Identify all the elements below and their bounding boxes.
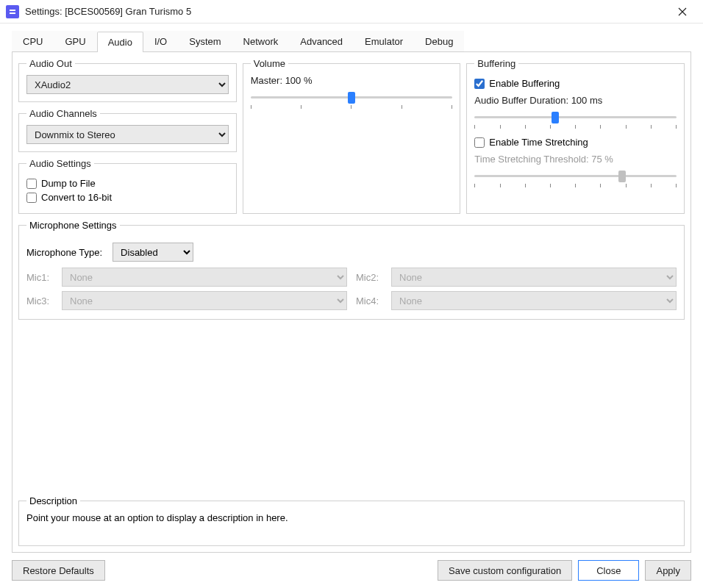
tab-panel-audio: Audio Out XAudio2 Audio Channels Downmix… xyxy=(12,52,691,553)
mic-type-label: Microphone Type: xyxy=(26,247,102,258)
tab-audio[interactable]: Audio xyxy=(97,32,143,52)
microphone-group: Microphone Settings Microphone Type: Dis… xyxy=(18,220,685,320)
slider-track xyxy=(474,175,677,177)
mic2-label: Mic2: xyxy=(356,272,382,283)
tab-io[interactable]: I/O xyxy=(143,31,178,51)
right-column: Buffering Enable Buffering Audio Buffer … xyxy=(466,58,685,214)
slider-thumb[interactable] xyxy=(348,92,355,104)
description-text: Point your mouse at an option to display… xyxy=(26,512,677,523)
tab-bar: CPU GPU Audio I/O System Network Advance… xyxy=(12,31,691,52)
enable-time-stretch-label: Enable Time Stretching xyxy=(489,137,588,148)
master-volume-label: Master: 100 % xyxy=(251,75,453,86)
enable-buffering-label: Enable Buffering xyxy=(489,78,560,89)
left-column: Audio Out XAudio2 Audio Channels Downmix… xyxy=(18,58,237,214)
buffering-legend: Buffering xyxy=(474,58,518,69)
audio-channels-legend: Audio Channels xyxy=(26,108,100,119)
description-legend: Description xyxy=(26,495,80,506)
tab-advanced[interactable]: Advanced xyxy=(289,31,354,51)
enable-buffering-checkbox[interactable]: Enable Buffering xyxy=(474,78,677,89)
slider-thumb[interactable] xyxy=(552,112,559,123)
audio-out-legend: Audio Out xyxy=(26,58,75,69)
window-title: Settings: [BCES00569] Gran Turismo 5 xyxy=(25,6,668,17)
mic2-select: None xyxy=(391,268,677,287)
slider-thumb xyxy=(618,171,626,182)
apply-button[interactable]: Apply xyxy=(645,560,691,581)
volume-legend: Volume xyxy=(251,58,288,69)
dump-to-file-input[interactable] xyxy=(26,179,37,189)
buffer-duration-label: Audio Buffer Duration: 100 ms xyxy=(474,95,677,106)
description-group: Description Point your mouse at an optio… xyxy=(18,495,685,546)
tab-system[interactable]: System xyxy=(178,31,232,51)
close-icon[interactable] xyxy=(668,0,697,24)
footer-bar: Restore Defaults Save custom configurati… xyxy=(0,553,703,588)
slider-ticks xyxy=(474,184,677,187)
volume-group: Volume Master: 100 % xyxy=(243,58,461,214)
audio-channels-group: Audio Channels Downmix to Stereo xyxy=(18,108,237,152)
mic1-select: None xyxy=(62,268,347,287)
mic4-select: None xyxy=(391,291,677,310)
slider-ticks xyxy=(251,105,453,109)
mic3-select: None xyxy=(62,291,347,310)
enable-time-stretch-checkbox[interactable]: Enable Time Stretching xyxy=(474,137,677,148)
restore-defaults-button[interactable]: Restore Defaults xyxy=(12,560,105,581)
save-custom-config-button[interactable]: Save custom configuration xyxy=(438,560,572,581)
close-button[interactable]: Close xyxy=(578,560,639,581)
mic4-label: Mic4: xyxy=(356,295,382,306)
convert-16bit-checkbox[interactable]: Convert to 16-bit xyxy=(26,192,229,203)
tab-debug[interactable]: Debug xyxy=(414,31,464,51)
middle-column: Volume Master: 100 % xyxy=(243,58,461,214)
microphone-legend: Microphone Settings xyxy=(26,220,120,231)
app-icon xyxy=(6,5,19,18)
audio-out-group: Audio Out XAudio2 xyxy=(18,58,237,102)
tab-emulator[interactable]: Emulator xyxy=(354,31,414,51)
mic1-label: Mic1: xyxy=(26,272,53,283)
convert-16bit-input[interactable] xyxy=(26,193,37,203)
slider-ticks xyxy=(474,125,677,129)
tab-cpu[interactable]: CPU xyxy=(12,31,54,51)
mic-type-select[interactable]: Disabled xyxy=(113,243,193,262)
audio-settings-group: Audio Settings Dump to File Convert to 1… xyxy=(18,158,237,214)
time-stretch-threshold-slider xyxy=(474,169,677,191)
master-volume-slider[interactable] xyxy=(251,90,453,112)
tab-gpu[interactable]: GPU xyxy=(54,31,96,51)
dump-to-file-label: Dump to File xyxy=(41,178,96,189)
enable-buffering-input[interactable] xyxy=(474,79,485,89)
titlebar: Settings: [BCES00569] Gran Turismo 5 xyxy=(0,0,703,24)
audio-channels-select[interactable]: Downmix to Stereo xyxy=(26,125,229,144)
audio-settings-legend: Audio Settings xyxy=(26,158,94,169)
time-stretch-threshold-label: Time Stretching Threshold: 75 % xyxy=(474,154,677,165)
slider-track xyxy=(474,116,677,118)
mic3-label: Mic3: xyxy=(26,295,53,306)
buffering-group: Buffering Enable Buffering Audio Buffer … xyxy=(466,58,685,214)
enable-time-stretch-input[interactable] xyxy=(474,137,485,148)
content-area: CPU GPU Audio I/O System Network Advance… xyxy=(0,24,703,553)
audio-out-select[interactable]: XAudio2 xyxy=(26,75,229,94)
dump-to-file-checkbox[interactable]: Dump to File xyxy=(26,178,229,189)
buffer-duration-slider[interactable] xyxy=(474,110,677,132)
convert-16bit-label: Convert to 16-bit xyxy=(41,192,112,203)
tab-network[interactable]: Network xyxy=(232,31,290,51)
